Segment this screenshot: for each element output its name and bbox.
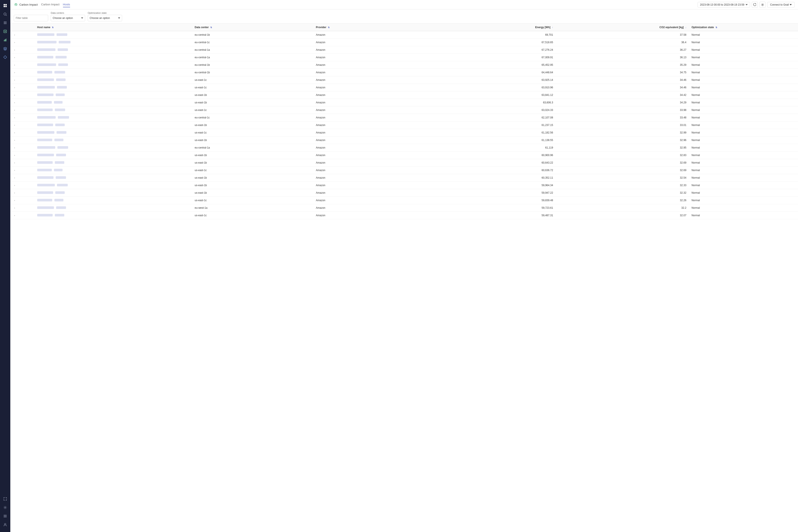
sidebar-icon-apps[interactable] [1,19,9,27]
hostname-placeholder2 [54,199,63,202]
table-row: › us-east-1b Amazon 60,352.11 32.54 Norm… [10,174,798,182]
row-expand-cell: › [10,69,35,76]
col-header-opt[interactable]: Optimization state ⇅ [689,24,798,31]
col-header-co2[interactable]: CO2 equivalent [kg] ↓ [556,24,689,31]
col-header-energy[interactable]: Energy [Wh] ↑ [435,24,556,31]
hostname-placeholder [37,199,52,202]
data-centers-select-wrapper: Choose an option [51,15,85,21]
connect-grail-button[interactable]: Connect to Grail [767,2,795,7]
table-row: › us-east-1c Amazon 63,925.14 34.46 Norm… [10,76,798,84]
row-expand-cell: › [10,31,35,39]
svg-point-19 [4,507,5,508]
row-co2-cell: 33.01 [556,121,689,129]
row-co2-cell: 33.98 [556,107,689,114]
sidebar-icon-grid[interactable] [1,2,9,10]
hostname-placeholder [37,131,54,134]
row-expand-cell: › [10,136,35,144]
expand-button[interactable]: › [13,108,16,112]
expand-button[interactable]: › [13,116,16,119]
expand-button[interactable]: › [13,153,16,157]
expand-button[interactable]: › [13,33,16,37]
row-co2-cell: 32.26 [556,197,689,204]
row-energy-cell: 63,841.12 [435,91,556,99]
sidebar-icon-settings[interactable] [1,504,9,511]
sidebar-icon-box1[interactable] [1,27,9,35]
expand-button[interactable]: › [13,93,16,97]
expand-button[interactable]: › [13,124,16,127]
sidebar-icon-layers[interactable] [1,45,9,53]
row-co2-cell: 32.69 [556,159,689,167]
row-hostname-cell [35,31,192,39]
row-opt-cell: Normal [689,46,798,54]
col-header-hostname[interactable]: Host name ⇅ [35,24,192,31]
expand-button[interactable]: › [13,198,16,202]
topnav-carbon-impact[interactable]: Carbon Impact [41,2,59,7]
time-range-button[interactable]: 2023-08-13 00:00 to 2023-08-19 23:59 [698,2,750,7]
svg-point-13 [5,23,5,24]
col-header-datacenter[interactable]: Data center ⇅ [192,24,314,31]
expand-button[interactable]: › [13,101,16,104]
filter-table-input[interactable] [14,15,48,21]
row-expand-cell: › [10,167,35,174]
row-datacenter-cell: us-east-1b [192,159,314,167]
row-datacenter-cell: us-east-1c [192,129,314,136]
expand-button[interactable]: › [13,176,16,179]
hostname-placeholder2 [58,116,69,119]
expand-button[interactable]: › [13,161,16,165]
expand-button[interactable]: › [13,146,16,149]
expand-button[interactable]: › [13,78,16,82]
row-provider-cell: Amazon [313,31,435,39]
hostname-placeholder2 [56,94,65,96]
sidebar-icon-search[interactable] [1,10,9,18]
table-row: › eu-central-1b Amazon 69,701 37.58 Norm… [10,31,798,39]
data-centers-select[interactable]: Choose an option [51,15,85,21]
expand-button[interactable]: › [13,56,16,59]
sidebar-icon-person[interactable] [1,521,9,529]
table-body: › eu-central-1b Amazon 69,701 37.58 Norm… [10,31,798,219]
hostname-placeholder [37,33,54,36]
row-energy-cell: 61,237.15 [435,121,556,129]
expand-button[interactable]: › [13,169,16,172]
expand-button[interactable]: › [13,86,16,89]
sidebar-icon-diamond[interactable] [1,53,9,61]
row-co2-cell: 32.83 [556,152,689,159]
table-row: › eu-central-1a Amazon 67,276.24 36.27 N… [10,46,798,54]
row-co2-cell: 37.58 [556,31,689,39]
expand-button[interactable]: › [13,184,16,187]
row-co2-cell: 32.07 [556,212,689,219]
table-row: › eu-west-1a Amazon 59,723.61 32.2 Norma… [10,204,798,212]
optimization-select[interactable]: Choose an option [88,15,122,21]
col-header-expand [10,24,35,31]
row-energy-cell: 59,839.48 [435,197,556,204]
expand-button[interactable]: › [13,48,16,52]
row-hostname-cell [35,204,192,212]
row-energy-cell: 63,024.33 [435,107,556,114]
app-name: Carbon Impact [19,3,38,6]
expand-button[interactable]: › [13,138,16,142]
expand-button[interactable]: › [13,206,16,210]
expand-button[interactable]: › [13,214,16,217]
expand-button[interactable]: › [13,191,16,194]
row-datacenter-cell: us-east-1b [192,91,314,99]
settings-button[interactable] [760,2,765,8]
expand-button[interactable]: › [13,131,16,134]
expand-button[interactable]: › [13,41,16,44]
filter-bar: Data centers Choose an option Optimizati… [10,10,798,24]
svg-line-5 [6,15,7,16]
expand-button[interactable]: › [13,71,16,74]
expand-button[interactable]: › [13,63,16,66]
row-expand-cell: › [10,99,35,107]
row-co2-cell: 32.2 [556,204,689,212]
sidebar-icon-expand[interactable] [1,495,9,503]
sidebar-icon-chart[interactable] [1,36,9,44]
table-row: › us-east-1c Amazon 59,487.31 32.07 Norm… [10,212,798,219]
sidebar-icon-bars[interactable] [1,512,9,520]
table-row: › us-east-1c Amazon 63,024.33 33.98 Norm… [10,107,798,114]
refresh-button[interactable] [752,2,758,8]
hostname-placeholder2 [55,161,64,164]
row-co2-cell: 35.29 [556,61,689,69]
topnav-hosts[interactable]: Hosts [63,2,70,7]
col-header-provider[interactable]: Provider ⇅ [313,24,435,31]
row-energy-cell: 61,119 [435,144,556,152]
hostname-placeholder2 [54,139,63,141]
